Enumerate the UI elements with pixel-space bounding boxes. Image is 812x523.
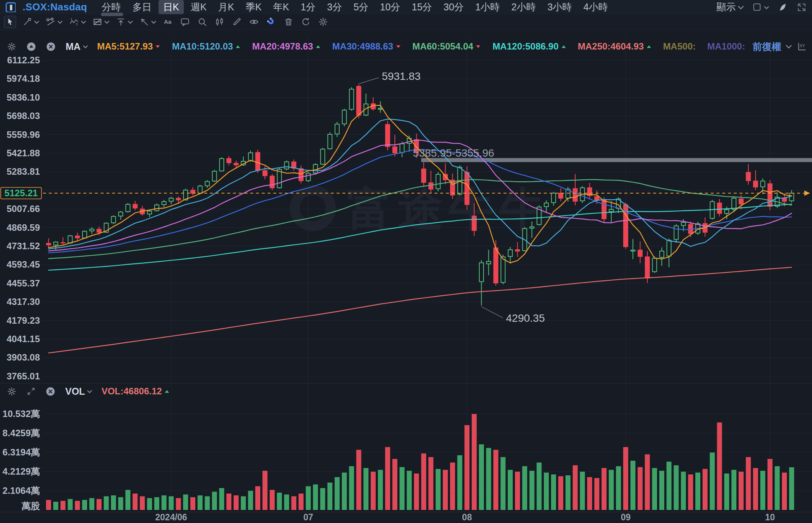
volume-legend-row: VOL VOL:46806.12 (0, 384, 812, 399)
timeframe-tab-15分[interactable]: 15分 (407, 0, 437, 14)
timeframe-tab-2小時[interactable]: 2小時 (507, 0, 541, 14)
ma-legend-item-MA10[interactable]: MA10:5120.03 (172, 41, 241, 52)
svg-text:5836.10: 5836.10 (7, 92, 40, 103)
chart-type-dropdown[interactable] (752, 2, 768, 12)
svg-text:4041.15: 4041.15 (7, 334, 40, 344)
vol-dropdown[interactable]: VOL (65, 386, 91, 397)
chevron-down-icon (738, 3, 744, 9)
indicator-legend-row: MA MA5:5127.93MA10:5120.03MA20:4978.63MA… (0, 38, 812, 55)
timeframe-tab-週K[interactable]: 週K (186, 0, 211, 14)
timeframe-tab-30分[interactable]: 30分 (439, 0, 469, 14)
vol-label: VOL (65, 386, 85, 397)
ma-legend-item-MA250[interactable]: MA250:4604.93 (578, 41, 652, 52)
vol-expand-icon[interactable] (26, 387, 36, 396)
pane-collapse-icon[interactable] (26, 42, 36, 51)
fullscreen-icon[interactable] (797, 2, 807, 12)
settings-gear-icon[interactable] (317, 16, 329, 28)
svg-text:XY: XY (800, 43, 805, 48)
timeframe-tab-1小時[interactable]: 1小時 (471, 0, 505, 14)
timeframe-tab-分時[interactable]: 分時 (97, 0, 125, 14)
svg-text:4.2129萬: 4.2129萬 (3, 466, 40, 477)
trend-line-icon[interactable] (21, 16, 40, 28)
symbol-label[interactable]: .SOX:Nasdaq (23, 1, 87, 13)
replay-icon[interactable] (300, 16, 312, 28)
svg-text:1: 1 (71, 17, 73, 21)
price-note-icon[interactable] (115, 16, 133, 28)
svg-text:5698.03: 5698.03 (7, 111, 40, 121)
cursor-icon[interactable] (4, 16, 16, 28)
ma-legend-item-MA120[interactable]: MA120:5086.90 (492, 41, 566, 52)
text-icon[interactable]: Aa (162, 16, 174, 28)
app-logo-icon (5, 2, 16, 12)
chevron-down-icon (87, 388, 92, 393)
fib-box-icon[interactable] (91, 16, 110, 28)
timeframe-tab-5分[interactable]: 5分 (349, 0, 373, 14)
arrow-mark-icon[interactable] (138, 16, 157, 28)
svg-text:4317.30: 4317.30 (7, 296, 40, 307)
chevron-down-icon (81, 19, 86, 24)
draw-pen-icon[interactable] (777, 2, 787, 12)
timeframe-tabs: 分時多日日K週K月K季K年K1分3分5分10分15分30分1小時2小時3小時4小… (97, 0, 612, 14)
timeframe-tab-3小時[interactable]: 3小時 (543, 0, 576, 14)
svg-text:08: 08 (462, 512, 472, 522)
timeframe-tab-日K[interactable]: 日K (158, 0, 184, 14)
svg-text:5974.18: 5974.18 (7, 73, 40, 84)
chevron-down-icon (128, 19, 133, 24)
chart-type-icon (752, 2, 762, 12)
svg-text:4593.45: 4593.45 (7, 259, 40, 270)
ma-legend-item-MA5[interactable]: MA5:5127.93 (97, 41, 160, 52)
timeframe-tab-3分[interactable]: 3分 (322, 0, 347, 14)
magnet-icon[interactable] (265, 16, 277, 28)
timeframe-tab-1分[interactable]: 1分 (296, 0, 320, 14)
svg-text:3: 3 (76, 22, 78, 26)
main-chart[interactable]: 富途牛牛5125.216112.255974.185836.105698.035… (0, 0, 812, 523)
adjustment-dropdown[interactable]: 前復權 (753, 40, 781, 53)
timeframe-tab-月K[interactable]: 月K (213, 0, 239, 14)
zoom-search-icon[interactable] (196, 16, 208, 28)
svg-text:4455.37: 4455.37 (7, 278, 40, 288)
svg-text:Aa: Aa (164, 18, 172, 25)
toolbar-collapse-handle[interactable] (101, 13, 123, 16)
chevron-down-icon (83, 43, 88, 48)
timeframe-tab-年K[interactable]: 年K (269, 0, 294, 14)
axis-settings-icon[interactable]: XY (796, 41, 807, 52)
ma-legend-item-MA30[interactable]: MA30:4988.63 (332, 41, 401, 52)
edit-pencil-icon[interactable] (231, 16, 243, 28)
visibility-eye-icon[interactable] (248, 16, 260, 28)
ma-dropdown[interactable]: MA (66, 41, 87, 52)
svg-text:4869.59: 4869.59 (7, 222, 40, 233)
app-window: 富途牛牛5125.216112.255974.185836.105698.035… (0, 0, 812, 523)
svg-text:5125.21: 5125.21 (5, 188, 38, 198)
ma-legend-item-MA60[interactable]: MA60:5054.04 (413, 41, 481, 52)
timeframe-tab-季K[interactable]: 季K (241, 0, 266, 14)
svg-text:4731.52: 4731.52 (7, 241, 40, 251)
timeframe-tab-10分[interactable]: 10分 (375, 0, 405, 14)
svg-text:5283.81: 5283.81 (7, 166, 40, 177)
channel-icon[interactable] (45, 16, 63, 28)
chevron-down-icon (764, 4, 769, 9)
svg-text:3765.01: 3765.01 (7, 371, 40, 381)
svg-text:5385.95-5355.96: 5385.95-5355.96 (413, 147, 494, 159)
svg-text:5931.83: 5931.83 (382, 70, 421, 82)
kline-style-icon[interactable] (213, 16, 226, 28)
ma-legend-items: MA5:5127.93MA10:5120.03MA20:4978.63MA30:… (97, 41, 745, 52)
svg-text:10: 10 (765, 512, 775, 522)
elliott-wave-icon[interactable]: 13 (68, 16, 86, 28)
ma-legend-item-MA1000[interactable]: MA1000: (707, 41, 745, 52)
display-dropdown[interactable]: 顯示 (716, 1, 743, 13)
pane-close-icon[interactable] (46, 42, 56, 51)
timeframe-tab-4小時[interactable]: 4小時 (579, 0, 612, 14)
timeframe-tab-多日[interactable]: 多日 (128, 0, 156, 14)
chevron-down-icon (786, 43, 792, 49)
comment-icon[interactable] (179, 16, 191, 28)
vol-close-icon[interactable] (46, 387, 55, 396)
ma-legend-item-MA20[interactable]: MA20:4978.63 (252, 41, 321, 52)
pane-settings-gear-icon[interactable] (7, 42, 17, 51)
svg-text:5007.66: 5007.66 (7, 204, 40, 214)
ma-legend-item-MA500[interactable]: MA500: (663, 41, 696, 52)
svg-text:4290.35: 4290.35 (506, 312, 545, 324)
chevron-down-icon (104, 19, 109, 24)
svg-text:10.532萬: 10.532萬 (3, 409, 40, 419)
vol-settings-gear-icon[interactable] (7, 387, 17, 396)
trash-icon[interactable] (282, 16, 295, 28)
